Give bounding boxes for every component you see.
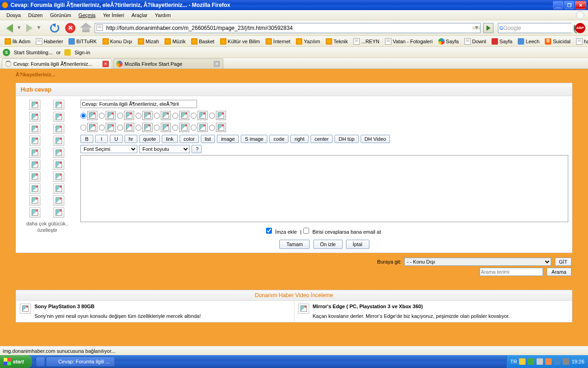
bookmark-item[interactable]: Kültür ve Bilim	[218, 37, 262, 46]
emoji-button[interactable]	[53, 100, 64, 110]
start-button[interactable]: start	[0, 355, 32, 368]
color-option[interactable]	[80, 111, 97, 120]
color-option[interactable]	[136, 123, 153, 132]
signature-checkbox[interactable]	[266, 228, 272, 234]
menu-view[interactable]: Görünüm	[46, 11, 75, 19]
center-button[interactable]: center	[311, 135, 333, 143]
subject-input[interactable]	[80, 100, 197, 108]
emoji-button[interactable]	[53, 124, 64, 134]
emoji-button[interactable]	[29, 196, 40, 206]
color-option[interactable]	[172, 123, 189, 132]
forum-search-input[interactable]	[480, 268, 543, 276]
emoji-button[interactable]	[29, 112, 40, 122]
color-option[interactable]	[136, 111, 153, 120]
bookmark-item[interactable]: Müzik	[163, 37, 187, 46]
color-option[interactable]	[154, 123, 171, 132]
tray-icon[interactable]	[537, 358, 543, 365]
tab-active[interactable]: Cevap: Forumla ilgili Ã¶nerileriniz... ✕	[2, 58, 112, 69]
link-button[interactable]: link	[162, 135, 178, 143]
color-option[interactable]	[154, 111, 171, 120]
quote-button[interactable]: quote	[139, 135, 160, 143]
simage-button[interactable]: S image	[241, 135, 267, 143]
color-radio[interactable]	[209, 125, 215, 131]
emoji-button[interactable]	[53, 196, 64, 206]
submit-button[interactable]: Tamam	[279, 240, 310, 249]
stop-button[interactable]: ✕	[63, 22, 77, 34]
color-option[interactable]	[209, 111, 226, 120]
dhtup-button[interactable]: DH tüp	[334, 135, 358, 143]
bookmark-item[interactable]: Teknik	[324, 37, 350, 46]
quicklaunch-desktop[interactable]	[36, 356, 45, 367]
bookmark-item[interactable]: BiTTuRK	[67, 37, 98, 46]
code-button[interactable]: code	[269, 135, 288, 143]
emoji-button[interactable]	[53, 172, 64, 182]
emoji-button[interactable]	[29, 100, 40, 110]
color-radio[interactable]	[117, 113, 123, 119]
tab-inactive[interactable]: Mozilla Firefox Start Page ✕	[113, 58, 223, 69]
bookmark-item[interactable]: ...REYN	[351, 37, 381, 46]
color-radio[interactable]	[80, 125, 86, 131]
menu-bookmarks[interactable]: Yer İmleri	[99, 11, 128, 19]
bookmark-item[interactable]: Sayfa	[490, 37, 514, 46]
tray-icon[interactable]	[545, 358, 552, 365]
color-radio[interactable]	[80, 113, 86, 119]
preview-button[interactable]: Ön izle	[313, 240, 343, 249]
url-bar[interactable]	[95, 23, 481, 33]
color-radio[interactable]	[154, 125, 160, 131]
customize-link[interactable]: özelleştir	[37, 227, 57, 233]
forward-dropdown[interactable]	[37, 26, 40, 29]
search-bar[interactable]: G	[498, 23, 571, 33]
tray-icon[interactable]	[519, 358, 526, 365]
maximize-button[interactable]: ❐	[564, 1, 574, 9]
video-thumb-2[interactable]	[298, 304, 309, 314]
menu-history[interactable]: Geçmiş	[75, 11, 99, 19]
color-option[interactable]	[99, 123, 116, 132]
color-radio[interactable]	[172, 113, 178, 119]
menu-help[interactable]: Yardım	[151, 11, 175, 19]
emoji-button[interactable]	[53, 112, 64, 122]
bookmark-item[interactable]: Yazılım	[294, 37, 322, 46]
color-radio[interactable]	[209, 113, 215, 119]
hr-button[interactable]: hr	[124, 135, 137, 143]
url-input[interactable]	[105, 23, 473, 33]
close-button[interactable]: ✕	[575, 1, 586, 9]
emoji-button[interactable]	[53, 148, 64, 158]
url-dropdown[interactable]	[473, 26, 480, 29]
language-indicator[interactable]: TR	[510, 359, 517, 364]
tab-close-button[interactable]: ✕	[102, 61, 109, 67]
emoji-button[interactable]	[29, 207, 40, 218]
message-textarea[interactable]	[80, 155, 568, 222]
emoji-button[interactable]	[53, 207, 64, 218]
taskbar-item-firefox[interactable]: Cevap: Forumla ilgili ...	[46, 356, 115, 367]
color-radio[interactable]	[154, 113, 160, 119]
emoji-button[interactable]	[29, 160, 40, 170]
color-radio[interactable]	[172, 125, 178, 131]
color-radio[interactable]	[99, 125, 105, 131]
bookmark-item[interactable]: Suicidal	[543, 37, 572, 46]
back-button[interactable]	[3, 22, 17, 34]
help-button[interactable]: ?	[192, 145, 202, 153]
menu-tools[interactable]: Araçlar	[128, 11, 151, 19]
color-radio[interactable]	[191, 113, 197, 119]
image-button[interactable]: image	[217, 135, 239, 143]
cancel-button[interactable]: İptal	[346, 240, 369, 249]
color-radio[interactable]	[191, 125, 197, 131]
font-size-select[interactable]: Font boyutu	[139, 145, 190, 153]
bookmark-item[interactable]: Leech	[516, 37, 541, 46]
bookmark-item[interactable]: Mizah	[136, 37, 161, 46]
bookmark-item[interactable]: İnternet	[264, 37, 292, 46]
menu-edit[interactable]: Düzen	[24, 11, 46, 19]
search-icon[interactable]	[574, 25, 576, 31]
forward-button[interactable]	[23, 22, 36, 34]
emoji-button[interactable]	[29, 136, 40, 146]
bookmark-item[interactable]: hay...	[574, 37, 588, 46]
email-checkbox[interactable]	[303, 228, 309, 234]
color-radio[interactable]	[136, 113, 141, 119]
emoji-button[interactable]	[53, 136, 64, 146]
emoji-button[interactable]	[29, 124, 40, 134]
tray-icon[interactable]	[554, 358, 560, 365]
back-dropdown[interactable]	[17, 26, 21, 29]
menu-file[interactable]: Dosya	[3, 11, 24, 19]
bookmark-item[interactable]: Vatan - Fotogaleri	[383, 37, 435, 46]
color-option[interactable]	[172, 111, 189, 120]
